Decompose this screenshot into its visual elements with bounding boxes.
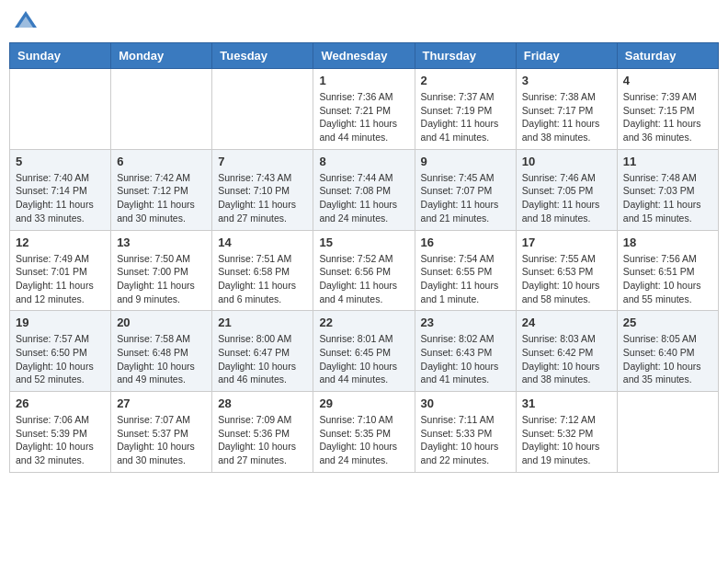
- day-info: Sunrise: 7:06 AMSunset: 5:39 PMDaylight:…: [16, 413, 105, 467]
- day-number: 16: [421, 236, 510, 249]
- calendar-cell: 18Sunrise: 7:56 AMSunset: 6:51 PMDayligh…: [617, 230, 718, 311]
- day-info: Sunrise: 7:12 AMSunset: 5:32 PMDaylight:…: [522, 413, 611, 467]
- day-header-sunday: Sunday: [10, 43, 111, 69]
- days-header-row: SundayMondayTuesdayWednesdayThursdayFrid…: [10, 43, 719, 69]
- day-info: Sunrise: 7:46 AMSunset: 7:05 PMDaylight:…: [522, 171, 611, 225]
- week-row-1: 1Sunrise: 7:36 AMSunset: 7:21 PMDaylight…: [10, 69, 719, 150]
- week-row-2: 5Sunrise: 7:40 AMSunset: 7:14 PMDaylight…: [10, 149, 719, 230]
- day-number: 24: [522, 316, 611, 329]
- day-number: 11: [623, 155, 712, 168]
- day-number: 9: [421, 155, 510, 168]
- calendar-cell: 11Sunrise: 7:48 AMSunset: 7:03 PMDayligh…: [617, 149, 718, 230]
- day-number: 1: [319, 74, 408, 87]
- calendar-cell: 26Sunrise: 7:06 AMSunset: 5:39 PMDayligh…: [10, 392, 111, 473]
- calendar-cell: [10, 69, 111, 150]
- day-number: 17: [522, 236, 611, 249]
- day-info: Sunrise: 7:51 AMSunset: 6:58 PMDaylight:…: [218, 252, 307, 306]
- logo: [13, 9, 42, 35]
- calendar-cell: 29Sunrise: 7:10 AMSunset: 5:35 PMDayligh…: [313, 392, 415, 473]
- day-number: 6: [117, 155, 206, 168]
- calendar-cell: 27Sunrise: 7:07 AMSunset: 5:37 PMDayligh…: [111, 392, 212, 473]
- day-info: Sunrise: 7:38 AMSunset: 7:17 PMDaylight:…: [522, 90, 611, 144]
- calendar-cell: 31Sunrise: 7:12 AMSunset: 5:32 PMDayligh…: [516, 392, 617, 473]
- day-info: Sunrise: 7:39 AMSunset: 7:15 PMDaylight:…: [623, 90, 712, 144]
- day-number: 27: [117, 396, 206, 410]
- logo-icon: [13, 9, 39, 35]
- day-number: 22: [319, 316, 408, 329]
- day-number: 31: [522, 396, 611, 410]
- calendar-cell: 3Sunrise: 7:38 AMSunset: 7:17 PMDaylight…: [516, 69, 617, 150]
- calendar-cell: 17Sunrise: 7:55 AMSunset: 6:53 PMDayligh…: [516, 230, 617, 311]
- calendar-cell: 16Sunrise: 7:54 AMSunset: 6:55 PMDayligh…: [415, 230, 516, 311]
- calendar-cell: 19Sunrise: 7:57 AMSunset: 6:50 PMDayligh…: [10, 311, 111, 392]
- day-number: 10: [522, 155, 611, 168]
- calendar-cell: [212, 69, 313, 150]
- day-info: Sunrise: 7:52 AMSunset: 6:56 PMDaylight:…: [319, 252, 408, 306]
- calendar-cell: [617, 392, 718, 473]
- week-row-5: 26Sunrise: 7:06 AMSunset: 5:39 PMDayligh…: [10, 392, 719, 473]
- day-info: Sunrise: 8:01 AMSunset: 6:45 PMDaylight:…: [319, 332, 408, 386]
- day-number: 3: [522, 74, 611, 87]
- calendar-cell: 7Sunrise: 7:43 AMSunset: 7:10 PMDaylight…: [212, 149, 313, 230]
- calendar-cell: 12Sunrise: 7:49 AMSunset: 7:01 PMDayligh…: [10, 230, 111, 311]
- week-row-3: 12Sunrise: 7:49 AMSunset: 7:01 PMDayligh…: [10, 230, 719, 311]
- day-info: Sunrise: 7:36 AMSunset: 7:21 PMDaylight:…: [319, 90, 408, 144]
- calendar-cell: 8Sunrise: 7:44 AMSunset: 7:08 PMDaylight…: [313, 149, 415, 230]
- day-number: 8: [319, 155, 408, 168]
- day-number: 20: [117, 316, 206, 329]
- day-info: Sunrise: 8:05 AMSunset: 6:40 PMDaylight:…: [623, 332, 712, 386]
- day-number: 30: [421, 396, 510, 410]
- day-info: Sunrise: 7:40 AMSunset: 7:14 PMDaylight:…: [16, 171, 105, 225]
- day-info: Sunrise: 7:07 AMSunset: 5:37 PMDaylight:…: [117, 413, 206, 467]
- day-number: 26: [16, 396, 105, 410]
- day-info: Sunrise: 8:00 AMSunset: 6:47 PMDaylight:…: [218, 332, 307, 386]
- day-info: Sunrise: 7:09 AMSunset: 5:36 PMDaylight:…: [218, 413, 307, 467]
- day-info: Sunrise: 7:42 AMSunset: 7:12 PMDaylight:…: [117, 171, 206, 225]
- day-info: Sunrise: 7:55 AMSunset: 6:53 PMDaylight:…: [522, 252, 611, 306]
- day-number: 19: [16, 316, 105, 329]
- day-header-monday: Monday: [111, 43, 212, 69]
- day-number: 21: [218, 316, 307, 329]
- calendar-cell: 25Sunrise: 8:05 AMSunset: 6:40 PMDayligh…: [617, 311, 718, 392]
- day-number: 2: [421, 74, 510, 87]
- day-header-tuesday: Tuesday: [212, 43, 313, 69]
- day-info: Sunrise: 7:49 AMSunset: 7:01 PMDaylight:…: [16, 252, 105, 306]
- calendar-cell: 28Sunrise: 7:09 AMSunset: 5:36 PMDayligh…: [212, 392, 313, 473]
- calendar-cell: 30Sunrise: 7:11 AMSunset: 5:33 PMDayligh…: [415, 392, 516, 473]
- day-info: Sunrise: 7:54 AMSunset: 6:55 PMDaylight:…: [421, 252, 510, 306]
- day-number: 12: [16, 236, 105, 249]
- calendar-cell: 6Sunrise: 7:42 AMSunset: 7:12 PMDaylight…: [111, 149, 212, 230]
- day-header-friday: Friday: [516, 43, 617, 69]
- day-number: 4: [623, 74, 712, 87]
- day-info: Sunrise: 7:50 AMSunset: 7:00 PMDaylight:…: [117, 252, 206, 306]
- calendar-cell: 9Sunrise: 7:45 AMSunset: 7:07 PMDaylight…: [415, 149, 516, 230]
- calendar-cell: 10Sunrise: 7:46 AMSunset: 7:05 PMDayligh…: [516, 149, 617, 230]
- day-number: 18: [623, 236, 712, 249]
- week-row-4: 19Sunrise: 7:57 AMSunset: 6:50 PMDayligh…: [10, 311, 719, 392]
- day-info: Sunrise: 7:10 AMSunset: 5:35 PMDaylight:…: [319, 413, 408, 467]
- calendar-cell: 14Sunrise: 7:51 AMSunset: 6:58 PMDayligh…: [212, 230, 313, 311]
- day-number: 14: [218, 236, 307, 249]
- calendar-cell: 20Sunrise: 7:58 AMSunset: 6:48 PMDayligh…: [111, 311, 212, 392]
- calendar-table: SundayMondayTuesdayWednesdayThursdayFrid…: [9, 42, 719, 473]
- day-number: 29: [319, 396, 408, 410]
- day-number: 25: [623, 316, 712, 329]
- calendar-cell: 23Sunrise: 8:02 AMSunset: 6:43 PMDayligh…: [415, 311, 516, 392]
- day-header-saturday: Saturday: [617, 43, 718, 69]
- day-info: Sunrise: 8:02 AMSunset: 6:43 PMDaylight:…: [421, 332, 510, 386]
- calendar-cell: 22Sunrise: 8:01 AMSunset: 6:45 PMDayligh…: [313, 311, 415, 392]
- day-info: Sunrise: 7:48 AMSunset: 7:03 PMDaylight:…: [623, 171, 712, 225]
- day-number: 7: [218, 155, 307, 168]
- day-info: Sunrise: 7:43 AMSunset: 7:10 PMDaylight:…: [218, 171, 307, 225]
- day-info: Sunrise: 7:44 AMSunset: 7:08 PMDaylight:…: [319, 171, 408, 225]
- day-header-thursday: Thursday: [415, 43, 516, 69]
- calendar-cell: 13Sunrise: 7:50 AMSunset: 7:00 PMDayligh…: [111, 230, 212, 311]
- calendar-cell: 21Sunrise: 8:00 AMSunset: 6:47 PMDayligh…: [212, 311, 313, 392]
- day-number: 13: [117, 236, 206, 249]
- day-info: Sunrise: 7:56 AMSunset: 6:51 PMDaylight:…: [623, 252, 712, 306]
- day-info: Sunrise: 7:11 AMSunset: 5:33 PMDaylight:…: [421, 413, 510, 467]
- day-info: Sunrise: 7:37 AMSunset: 7:19 PMDaylight:…: [421, 90, 510, 144]
- day-info: Sunrise: 7:58 AMSunset: 6:48 PMDaylight:…: [117, 332, 206, 386]
- calendar-cell: 15Sunrise: 7:52 AMSunset: 6:56 PMDayligh…: [313, 230, 415, 311]
- day-header-wednesday: Wednesday: [313, 43, 415, 69]
